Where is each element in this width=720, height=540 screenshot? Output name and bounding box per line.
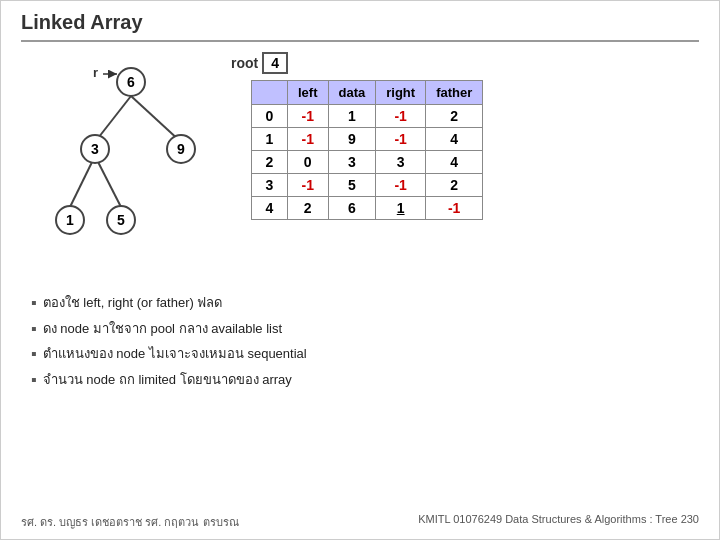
bullet-list: ▪ตองใช left, right (or father) ฟลด▪ดง no… <box>21 290 699 392</box>
svg-text:5: 5 <box>117 212 125 228</box>
slide-title: Linked Array <box>21 11 699 42</box>
col-header-data: data <box>328 81 376 105</box>
table-cell-right: 1 <box>376 197 426 220</box>
bullet-text: ดง node มาใชจาก pool กลาง available list <box>43 319 282 339</box>
bullet-text: ตำแหนงของ node ไมเจาะจงเหมอน sequential <box>43 344 307 364</box>
bullet-text: จำนวน node ถก limited โดยขนาดของ array <box>43 370 292 390</box>
col-header-left: left <box>288 81 329 105</box>
bullet-icon: ▪ <box>31 344 37 363</box>
table-row-idx: 0 <box>252 105 288 128</box>
bullet-icon: ▪ <box>31 319 37 338</box>
root-label: root <box>231 55 258 71</box>
table-row-idx: 3 <box>252 174 288 197</box>
table-row-idx: 1 <box>252 128 288 151</box>
table-cell-data: 6 <box>328 197 376 220</box>
table-cell-left: 0 <box>288 151 329 174</box>
list-item: ▪ดง node มาใชจาก pool กลาง available lis… <box>31 316 699 342</box>
col-header-father: father <box>426 81 483 105</box>
svg-text:9: 9 <box>177 141 185 157</box>
svg-line-1 <box>131 96 181 142</box>
tree-diagram: 6 3 9 1 5 r <box>21 52 221 272</box>
table-cell-data: 1 <box>328 105 376 128</box>
col-header-right: right <box>376 81 426 105</box>
table-row-idx: 2 <box>252 151 288 174</box>
svg-text:6: 6 <box>127 74 135 90</box>
bullet-text: ตองใช left, right (or father) ฟลด <box>43 293 223 313</box>
list-item: ▪ตำแหนงของ node ไมเจาะจงเหมอน sequential <box>31 341 699 367</box>
table-cell-father: 4 <box>426 128 483 151</box>
svg-line-2 <box>70 156 95 207</box>
footer-course: KMITL 01076249 Data Structures & Algorit… <box>418 513 699 531</box>
table-row-idx: 4 <box>252 197 288 220</box>
table-cell-right: -1 <box>376 174 426 197</box>
col-header-idx <box>252 81 288 105</box>
bullet-icon: ▪ <box>31 293 37 312</box>
table-cell-data: 9 <box>328 128 376 151</box>
footer-authors: รศ. ดร. บญธร เดชอตราช รศ. กฤตวน ตรบรณ <box>21 513 239 531</box>
list-item: ▪จำนวน node ถก limited โดยขนาดของ array <box>31 367 699 393</box>
footer: รศ. ดร. บญธร เดชอตราช รศ. กฤตวน ตรบรณ KM… <box>1 513 719 531</box>
table-cell-father: 2 <box>426 105 483 128</box>
table-cell-father: 4 <box>426 151 483 174</box>
svg-text:1: 1 <box>66 212 74 228</box>
table-cell-father: 2 <box>426 174 483 197</box>
table-cell-left: -1 <box>288 174 329 197</box>
table-cell-right: 3 <box>376 151 426 174</box>
table-cell-left: -1 <box>288 105 329 128</box>
table-cell-right: -1 <box>376 128 426 151</box>
table-cell-left: -1 <box>288 128 329 151</box>
svg-text:3: 3 <box>91 141 99 157</box>
svg-text:r: r <box>93 65 98 80</box>
root-value: 4 <box>262 52 288 74</box>
list-item: ▪ตองใช left, right (or father) ฟลด <box>31 290 699 316</box>
bullet-icon: ▪ <box>31 370 37 389</box>
table-cell-right: -1 <box>376 105 426 128</box>
linked-array-table: left data right father 0-11-121-19-14203… <box>251 80 483 220</box>
table-cell-father: -1 <box>426 197 483 220</box>
table-cell-data: 5 <box>328 174 376 197</box>
table-cell-data: 3 <box>328 151 376 174</box>
table-cell-left: 2 <box>288 197 329 220</box>
table-wrapper: root 4 left data right father <box>231 52 483 220</box>
svg-line-3 <box>95 156 121 207</box>
